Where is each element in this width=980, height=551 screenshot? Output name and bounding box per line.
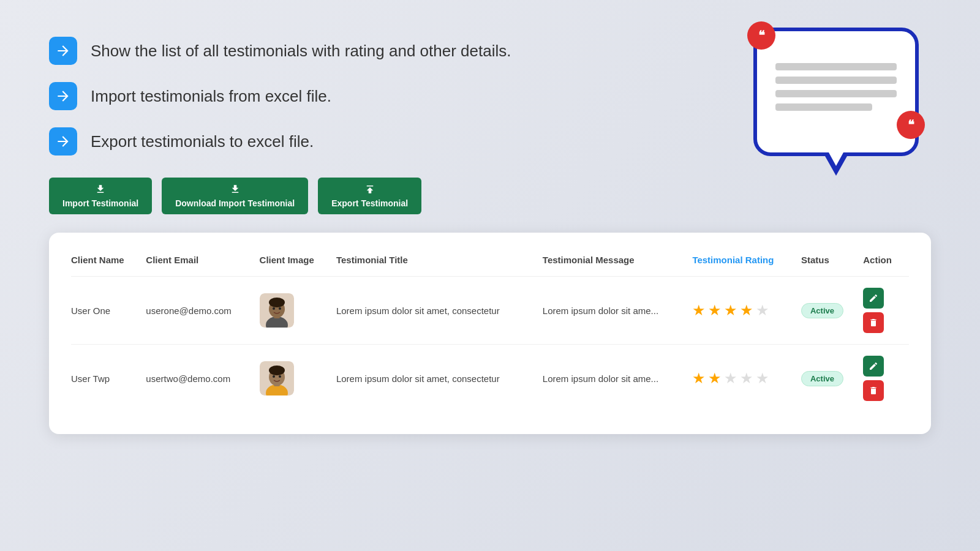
col-testimonial-message: Testimonial Message [543,255,693,277]
star-3: ★ [724,302,737,319]
cell-name: User One [71,277,146,345]
delete-button[interactable] [863,312,884,333]
cell-image [260,277,336,345]
cell-name: User Twp [71,345,146,413]
cell-status: Active [801,277,863,345]
delete-button[interactable] [863,380,884,401]
speech-bubble: ❝ ❝ [753,28,919,174]
cell-rating: ★★★★★ [692,277,801,345]
cell-action [863,345,909,413]
status-badge: Active [801,371,843,386]
col-client-image: Client Image [260,255,336,277]
client-avatar [260,293,294,328]
bubble-line-2 [775,77,897,84]
bubble-tail-inner [829,152,843,166]
star-5: ★ [756,302,769,319]
col-action: Action [863,255,909,277]
download-import-testimonial-button[interactable]: Download Import Testimonial [162,178,308,214]
table-header-row: Client Name Client Email Client Image Te… [71,255,909,277]
feature-text-2: Import testimonials from excel file. [91,87,331,106]
cell-title: Lorem ipsum dolor sit amet, consectetur [336,345,543,413]
action-icons [863,288,899,333]
col-status: Status [801,255,863,277]
bubble-line-3 [775,90,897,97]
table-card: Client Name Client Email Client Image Te… [49,233,931,434]
arrow-icon-2 [49,82,77,110]
edit-button[interactable] [863,356,884,377]
action-buttons: Import Testimonial Download Import Testi… [49,178,931,214]
edit-button[interactable] [863,288,884,309]
star-1: ★ [692,302,706,319]
star-2: ★ [708,302,722,319]
col-client-email: Client Email [146,255,259,277]
cell-title: Lorem ipsum dolor sit amet, consectetur [336,277,543,345]
svg-point-12 [273,375,275,378]
action-icons [863,356,899,401]
bubble-line-1 [775,63,897,70]
cell-action [863,277,909,345]
quote-top-left-icon: ❝ [747,21,775,50]
bubble-lines [775,63,897,117]
cell-email: userone@demo.com [146,277,259,345]
arrow-icon-1 [49,37,77,65]
cell-status: Active [801,345,863,413]
cell-message: Lorem ipsum dolor sit ame... [543,277,693,345]
cell-email: usertwo@demo.com [146,345,259,413]
feature-text-1: Show the list of all testimonials with r… [91,42,511,61]
star-1: ★ [692,370,706,387]
rating-stars: ★★★★★ [692,302,791,319]
rating-stars: ★★★★★ [692,370,791,387]
svg-point-4 [269,298,285,307]
export-testimonial-button[interactable]: Export Testimonial [318,178,421,214]
testimonials-table: Client Name Client Email Client Image Te… [71,255,909,412]
import-testimonial-button[interactable]: Import Testimonial [49,178,152,214]
star-4: ★ [740,370,753,387]
table-row: User One userone@demo.com Lorem ipsum do… [71,277,909,345]
bubble-outer: ❝ ❝ [753,28,919,156]
cell-message: Lorem ipsum dolor sit ame... [543,345,693,413]
quote-bottom-right-icon: ❝ [897,111,925,139]
status-badge: Active [801,303,843,318]
svg-point-6 [279,307,281,310]
star-3: ★ [724,370,737,387]
cell-rating: ★★★★★ [692,345,801,413]
arrow-icon-3 [49,127,77,156]
feature-text-3: Export testimonials to excel file. [91,132,314,151]
bubble-line-4 [775,103,872,111]
star-5: ★ [756,370,769,387]
star-2: ★ [708,370,722,387]
col-testimonial-rating: Testimonial Rating [692,255,801,277]
table-row: User Twp usertwo@demo.com Lorem ipsum do… [71,345,909,413]
testimonial-illustration: ❝ ❝ [753,28,919,174]
svg-point-13 [279,375,281,378]
client-avatar [260,361,294,395]
svg-point-11 [269,365,285,375]
cell-image [260,345,336,413]
col-client-name: Client Name [71,255,146,277]
star-4: ★ [740,302,753,319]
svg-point-5 [273,307,275,310]
col-testimonial-title: Testimonial Title [336,255,543,277]
